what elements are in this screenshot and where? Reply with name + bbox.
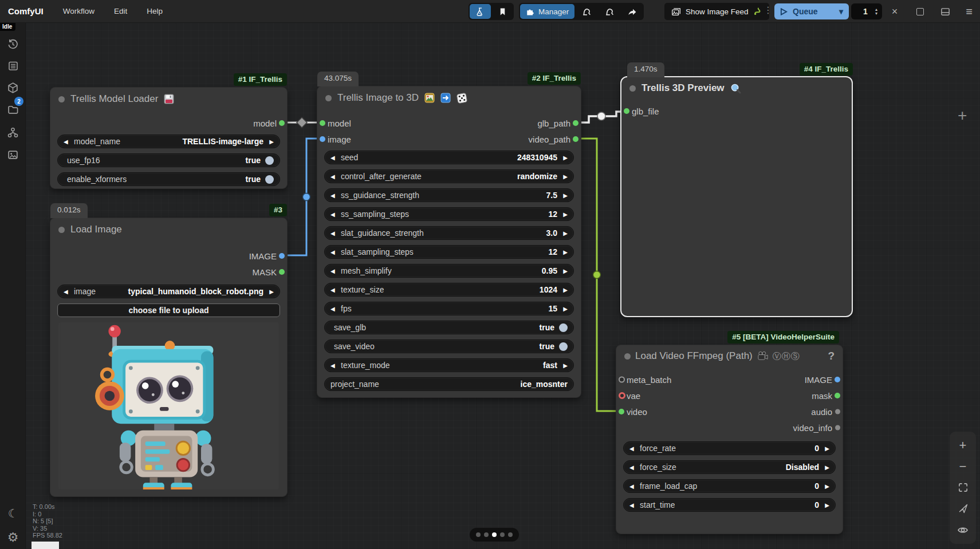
toggle-dot[interactable] (265, 175, 274, 184)
panel-layout-button[interactable] (935, 0, 955, 23)
menu-help[interactable]: Help (147, 7, 163, 15)
collapse-dot[interactable] (58, 96, 65, 102)
decrement-arrow-icon[interactable]: ◀ (629, 502, 640, 508)
collapse-dot[interactable] (629, 85, 636, 92)
share-button[interactable] (621, 4, 643, 19)
decrement-arrow-icon[interactable]: ◀ (330, 362, 341, 369)
node-title-bar[interactable]: Load Image (50, 218, 287, 241)
decrement-arrow-icon[interactable]: ◀ (330, 173, 341, 180)
output-port-video-info[interactable] (835, 425, 840, 430)
queue-button[interactable]: Queue ▾ (774, 3, 849, 19)
collapse-dot[interactable] (325, 95, 332, 101)
page-dot[interactable] (500, 532, 505, 537)
menu-workflow[interactable]: Workflow (63, 7, 95, 15)
toggle-dot[interactable] (559, 342, 568, 351)
node-trellis-image-to-3d[interactable]: 43.075s #2 IF_Trellis Trellis Image to 3… (317, 86, 581, 398)
add-node-button[interactable]: + (958, 106, 967, 125)
node-trellis-model-loader[interactable]: #1 IF_Trellis Trellis Model Loader model… (50, 87, 288, 189)
decrement-arrow-icon[interactable]: ◀ (629, 483, 640, 489)
increment-arrow-icon[interactable]: ▶ (263, 289, 274, 295)
decrement-arrow-icon[interactable]: ◀ (330, 306, 341, 312)
widget-image[interactable]: ◀imagetypical_humanoid_block_robot.png▶ (57, 285, 280, 298)
collapse-dot[interactable] (624, 353, 631, 360)
page-dot-active[interactable] (492, 532, 497, 537)
page-dot[interactable] (508, 532, 513, 537)
widget-slat-sampling-steps[interactable]: ◀slat_sampling_steps12▶ (324, 245, 574, 259)
widget-texture-size[interactable]: ◀texture_size1024▶ (324, 283, 574, 297)
output-port-audio[interactable] (835, 409, 840, 414)
increment-arrow-icon[interactable]: ▶ (819, 464, 829, 471)
output-port-image[interactable] (835, 377, 840, 382)
input-port-meta-batch[interactable] (619, 377, 625, 383)
widget-seed[interactable]: ◀seed248310945▶ (324, 151, 574, 164)
sidebar-item-image-gallery[interactable] (2, 144, 24, 165)
manager-button[interactable]: Manager (520, 4, 574, 19)
sidebar-item-model-library[interactable] (2, 77, 24, 98)
help-icon[interactable]: ? (828, 350, 835, 362)
widget-save-video[interactable]: save_videotrue (324, 339, 574, 353)
widget-ss-guidance-strength[interactable]: ◀ss_guidance_strength7.5▶ (324, 188, 574, 202)
fit-view-button[interactable] (953, 479, 973, 497)
3d-viewport[interactable] (621, 119, 852, 308)
decrement-arrow-icon[interactable]: ◀ (330, 211, 341, 218)
increment-arrow-icon[interactable]: ▶ (819, 483, 829, 489)
menu-edit[interactable]: Edit (114, 7, 127, 15)
widget-save-glb[interactable]: save_glbtrue (324, 321, 574, 334)
decrement-arrow-icon[interactable]: ◀ (330, 268, 341, 274)
output-port-mask[interactable] (835, 393, 840, 398)
widget-force-size[interactable]: ◀force_sizeDisabled▶ (623, 460, 836, 474)
increment-arrow-icon[interactable]: ▶ (557, 192, 568, 199)
clear-queue-button[interactable]: × (885, 0, 904, 23)
increment-arrow-icon[interactable]: ▶ (557, 155, 568, 161)
decrement-arrow-icon[interactable]: ◀ (629, 464, 640, 471)
theme-toggle-button[interactable]: ☾ (2, 503, 24, 524)
page-dot[interactable] (476, 532, 481, 537)
increment-arrow-icon[interactable]: ▶ (557, 211, 568, 218)
decrement-arrow-icon[interactable]: ◀ (64, 139, 74, 145)
increment-arrow-icon[interactable]: ▶ (557, 249, 568, 255)
node-load-video-ffmpeg[interactable]: #5 [BETA] VideoHelperSuite Load Video FF… (616, 345, 843, 534)
widget-control-after-generate[interactable]: ◀control_after_generaterandomize▶ (324, 169, 574, 183)
decrement-arrow-icon[interactable]: ◀ (330, 230, 341, 236)
toggle-visibility-button[interactable] (953, 521, 973, 539)
increment-arrow-icon[interactable]: ▶ (557, 287, 568, 293)
main-menu-button[interactable]: ≡ (959, 0, 979, 23)
maximize-button[interactable] (910, 0, 930, 23)
widget-frame-load-cap[interactable]: ◀frame_load_cap0▶ (623, 479, 836, 493)
node-title-bar[interactable]: Trellis 3D Preview (621, 77, 852, 99)
node-title-bar[interactable]: Trellis Image to 3D (317, 86, 581, 109)
input-port-glb-file[interactable] (624, 108, 629, 114)
node-trellis-3d-preview[interactable]: 1.470s #4 IF_Trellis Trellis 3D Preview … (620, 76, 853, 317)
bookmark-button[interactable] (492, 4, 513, 19)
widget-choose-file-to-upload[interactable]: choose file to upload (57, 303, 280, 317)
widget-start-time[interactable]: ◀start_time0▶ (623, 498, 836, 512)
zoom-out-button[interactable]: − (953, 457, 973, 476)
widget-project-name[interactable]: project_nameice_mosnter (324, 377, 574, 391)
decrement-arrow-icon[interactable]: ◀ (330, 155, 341, 161)
show-image-feed-button[interactable]: Show Image Feed (664, 3, 769, 20)
increment-arrow-icon[interactable]: ▶ (557, 173, 568, 180)
decrement-arrow-icon[interactable]: ◀ (629, 445, 640, 452)
page-dot[interactable] (484, 532, 489, 537)
decrement-arrow-icon[interactable]: ◀ (330, 287, 341, 293)
widget-fps[interactable]: ◀fps15▶ (324, 302, 574, 315)
widget-model-name[interactable]: ◀model_nameTRELLIS-image-large▶ (57, 135, 280, 148)
node-title-bar[interactable]: Trellis Model Loader (50, 88, 287, 110)
select-mode-button[interactable] (953, 500, 973, 518)
horn-button-2[interactable] (599, 4, 620, 19)
decrement-arrow-icon[interactable]: ◀ (330, 192, 341, 199)
increment-arrow-icon[interactable]: ▶ (557, 306, 568, 312)
input-port-vae[interactable] (619, 392, 625, 399)
widget-use-fp16[interactable]: use_fp16true (57, 153, 280, 167)
zoom-in-button[interactable]: + (953, 436, 973, 455)
toggle-dot[interactable] (559, 323, 568, 332)
node-title-bar[interactable]: Load Video FFmpeg (Path) ⓋⒽⓈ ? (616, 345, 843, 367)
output-port-video-path[interactable] (573, 136, 578, 142)
output-port-glb-path[interactable] (573, 120, 578, 126)
input-port-video[interactable] (619, 409, 624, 414)
decrement-arrow-icon[interactable]: ◀ (330, 249, 341, 255)
batch-count-stepper[interactable]: 1 ▴ ▾ (851, 3, 882, 19)
widget-mesh-simplify[interactable]: ◀mesh_simplify0.95▶ (324, 264, 574, 278)
decrement-arrow-icon[interactable]: ◀ (64, 289, 74, 295)
collapse-dot[interactable] (58, 227, 65, 233)
